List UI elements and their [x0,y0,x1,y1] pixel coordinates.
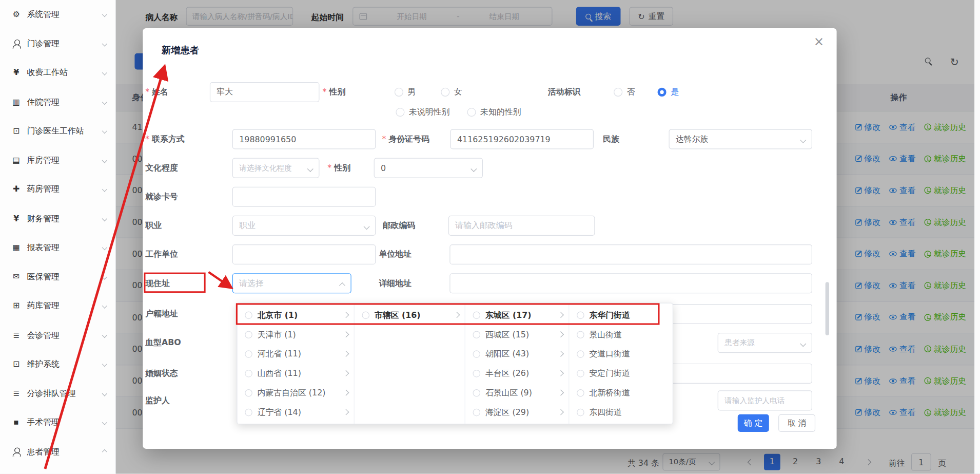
cascader-option[interactable]: 西城区 (15) [465,325,569,344]
sidebar-subitem-patient-list[interactable]: 患者列表 [0,466,115,474]
sidebar-item-2[interactable]: 门诊管理 [0,29,115,59]
cascader-option[interactable]: 东四街道 [569,403,672,422]
unit-address-input[interactable] [449,244,812,264]
gender-radio-male[interactable]: 男 [395,82,416,102]
cascader-option[interactable]: 北新桥街道 [569,383,672,403]
chevron-right-icon [558,390,564,396]
sidebar-item-4[interactable]: 住院管理 [0,87,115,117]
education-select[interactable]: 请选择文化程度 [232,158,320,178]
cascader-option[interactable]: 东华门街道 [569,305,672,325]
sidebar-item-14[interactable]: 分诊排队管理 [0,379,115,408]
cascader-option-label: 北京市 (1) [258,309,339,320]
occupation-select[interactable]: 职业 [232,216,376,236]
cascader-option-label: 朝阳区 (43) [485,348,554,359]
id-number-input[interactable]: 411625192602039719 [450,129,594,149]
detail-address-label: 详细地址 [379,273,411,293]
work-unit-label: 工作单位 [145,244,178,264]
sidebar-item-7[interactable]: 药房管理 [0,175,115,204]
cascader-option[interactable]: 景山街道 [569,325,672,344]
app: 病人名称 请输入病人名称/拼音码/病人ID 起始时间 开始日期 - 结束日期 搜… [0,0,980,474]
cascader-option[interactable]: 内蒙古自治区 (12) [238,383,354,403]
sidebar-item-6[interactable]: 库房管理 [0,146,115,175]
chevron-down-icon [102,245,107,250]
guardian-phone-input[interactable]: 请输入监护人电话 [718,390,812,410]
grid-icon [11,301,22,311]
cascader-option[interactable]: 北京市 (1) [238,305,354,325]
cascader-option[interactable]: 安定门街道 [569,364,672,383]
cascader-column-2: 市辖区 (16) [355,304,465,424]
sidebar-item-9[interactable]: 报表管理 [0,233,115,262]
cascader-option[interactable]: 天津市 (1) [238,325,354,344]
sidebar-item-12[interactable]: 会诊管理 [0,320,115,350]
radio-icon [577,389,584,396]
cascader-option-label: 辽宁省 (14) [258,406,339,418]
gender-select[interactable]: 0 [374,158,483,178]
sidebar-item-1[interactable]: 系统管理 [0,0,115,29]
chevron-down-icon [102,158,107,163]
id-number-label: 身份证号码 [382,129,429,149]
active-flag-no[interactable]: 否 [614,82,635,102]
sidebar-item-5[interactable]: 门诊医生工作站 [0,117,115,146]
chevron-down-icon [471,166,477,172]
yen-icon [11,214,22,224]
mail-icon [11,272,22,282]
gender-radio-unknown[interactable]: 未知的性别 [467,105,521,120]
cascader-option[interactable]: 河北省 (11) [238,344,354,364]
visit-card-input[interactable] [232,187,376,207]
cascader-option[interactable]: 东城区 (17) [465,305,569,325]
occupation-label: 职业 [145,216,162,236]
ethnicity-select[interactable]: 达斡尔族 [669,129,812,149]
gender-radio-unstated[interactable]: 未说明性别 [396,105,449,120]
name-input[interactable]: 牢大 [210,82,320,102]
cascader-option[interactable]: 丰台区 (26) [465,364,569,383]
gender-label: 性别 [323,82,346,102]
postal-code-input[interactable]: 请输入邮政编码 [448,216,595,236]
sidebar-item-label: 系统管理 [27,9,103,20]
page-scrollbar[interactable] [974,0,980,474]
sidebar-item-10[interactable]: 医保管理 [0,262,115,292]
chevron-right-icon [558,351,564,357]
cascader-option[interactable]: 市辖区 (16) [355,305,465,325]
cascader-option[interactable]: 朝阳区 (43) [465,344,569,364]
work-unit-input[interactable] [232,244,376,264]
chevron-down-icon [800,137,806,143]
contact-input[interactable]: 19880991650 [232,129,376,149]
cascader-option[interactable]: 辽宁省 (14) [238,403,354,422]
chevron-right-icon [343,351,349,357]
chevron-down-icon [102,99,107,104]
sidebar-item-13[interactable]: 维护系统 [0,350,115,379]
chevron-down-icon [102,332,107,337]
radio-icon [467,108,476,117]
sidebar-item-8[interactable]: 财务管理 [0,204,115,233]
cascader-option[interactable]: 山西省 (11) [238,364,354,383]
cascader-option[interactable]: 石景山区 (9) [465,383,569,403]
sidebar-item-11[interactable]: 药库管理 [0,292,115,321]
current-address-label: 现住址 [145,273,170,293]
gender-select-label: 性别 [327,158,350,178]
sidebar-item-label: 门诊医生工作站 [27,125,103,137]
cascader-option[interactable]: 海淀区 (29) [465,403,569,422]
sidebar-item-16[interactable]: 患者管理 [0,437,115,466]
gender-radio-female[interactable]: 女 [441,82,462,102]
current-address-select[interactable]: 请选择 [232,273,351,293]
detail-address-input[interactable] [449,273,812,293]
active-flag-yes[interactable]: 是 [658,82,679,102]
confirm-button[interactable]: 确 定 [738,414,769,432]
sidebar-item-15[interactable]: 手术管理 [0,408,115,438]
close-icon[interactable]: × [814,34,824,49]
name-label: 姓名 [145,82,168,102]
square-icon [11,418,22,428]
modal-scrollbar[interactable] [826,282,829,335]
chevron-down-icon [102,391,107,396]
chevron-down-icon [364,223,370,230]
cancel-button[interactable]: 取 消 [778,414,815,432]
chevron-down-icon [102,70,107,75]
cascader-option[interactable]: 交道口街道 [569,344,672,364]
radio-icon [245,408,252,416]
radio-icon [577,311,584,319]
dialog-title: 新增患者 [162,45,199,56]
unit-address-label: 单位地址 [379,244,411,264]
patient-source-select[interactable]: 患者来源 [718,333,812,353]
sidebar-item-3[interactable]: 收费工作站 [0,59,115,88]
ethnicity-label: 民族 [603,129,619,149]
